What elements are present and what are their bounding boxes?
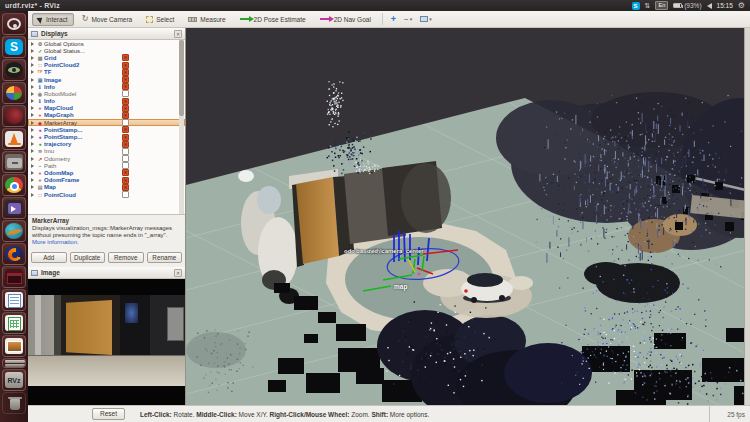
expand-arrow-icon[interactable]	[31, 157, 34, 161]
session-gear-icon[interactable]: ⚙	[738, 1, 745, 11]
enabled-checkbox[interactable]	[122, 126, 129, 133]
launcher-web-globe-icon[interactable]	[2, 220, 26, 242]
close-icon[interactable]: ✕	[174, 269, 182, 277]
launcher-vlc-icon[interactable]	[2, 128, 26, 150]
add-tool-button[interactable]: +	[388, 13, 399, 26]
display-row-odommap[interactable]: +OdomMap	[28, 169, 185, 176]
enabled-checkbox[interactable]	[122, 141, 129, 148]
launcher-video-player-icon[interactable]	[2, 197, 26, 219]
expand-arrow-icon[interactable]	[31, 85, 34, 89]
launcher-dash-icon[interactable]	[2, 13, 26, 35]
display-row-odomframe[interactable]: +OdomFrame	[28, 177, 185, 184]
enabled-checkbox[interactable]	[122, 90, 129, 97]
expand-arrow-icon[interactable]	[31, 99, 34, 103]
launcher-stacked-apps-icon[interactable]	[2, 358, 26, 368]
display-row-pointstamp-[interactable]: ●PointStamp...	[28, 133, 185, 140]
display-row-pointstamp-[interactable]: ●PointStamp...	[28, 126, 185, 133]
expand-arrow-icon[interactable]	[31, 193, 34, 197]
enabled-checkbox[interactable]	[122, 177, 129, 184]
tool-select-button[interactable]: Select	[140, 13, 180, 26]
expand-arrow-icon[interactable]	[31, 142, 34, 146]
expand-arrow-icon[interactable]	[31, 78, 34, 82]
add-button[interactable]: Add	[31, 252, 67, 263]
enabled-checkbox[interactable]	[122, 119, 129, 126]
expand-arrow-icon[interactable]	[31, 178, 34, 182]
remove-tool-button[interactable]: −▾	[401, 13, 415, 26]
launcher-screen-recorder-icon[interactable]	[2, 105, 26, 127]
displays-panel-header[interactable]: Displays ✕	[28, 28, 185, 40]
enabled-checkbox[interactable]	[122, 76, 129, 83]
launcher-trash-icon[interactable]	[2, 392, 26, 414]
launcher-firefox-icon[interactable]	[2, 243, 26, 265]
network-arrows-icon[interactable]: ⇅	[645, 1, 651, 10]
display-row-trajectory[interactable]: ●trajectory	[28, 141, 185, 148]
display-row-grid[interactable]: ▦Grid	[28, 54, 185, 61]
clock[interactable]: 15:15	[717, 2, 733, 9]
enabled-checkbox[interactable]	[122, 169, 129, 176]
scrollbar-thumb[interactable]	[179, 40, 184, 116]
enabled-checkbox[interactable]	[122, 98, 129, 105]
enabled-checkbox[interactable]	[122, 62, 129, 69]
expand-arrow-icon[interactable]	[31, 92, 34, 96]
tool-2d-pose-estimate-button[interactable]: 2D Pose Estimate	[234, 13, 312, 26]
expand-arrow-icon[interactable]	[31, 49, 34, 53]
display-row-info[interactable]: ℹInfo	[28, 98, 185, 105]
display-row-pointcloud2[interactable]: ∷PointCloud2	[28, 62, 185, 69]
display-row-global-options[interactable]: ⚙Global Options	[28, 40, 185, 47]
enabled-checkbox[interactable]	[122, 191, 129, 198]
launcher-camera-eye-icon[interactable]	[2, 59, 26, 81]
expand-arrow-icon[interactable]	[31, 149, 34, 153]
expand-arrow-icon[interactable]	[31, 42, 34, 46]
expand-arrow-icon[interactable]	[31, 135, 34, 139]
display-row-pointcloud[interactable]: ∷PointCloud	[28, 191, 185, 198]
launcher-media-hub-icon[interactable]	[2, 82, 26, 104]
3d-viewport[interactable]: odombase_linkzed_camera_center map	[186, 28, 750, 405]
display-row-markerarray[interactable]: ◆MarkerArray	[28, 119, 185, 126]
display-row-map[interactable]: ▤Map	[28, 184, 185, 191]
expand-arrow-icon[interactable]	[31, 164, 34, 168]
expand-arrow-icon[interactable]	[31, 63, 34, 67]
expand-arrow-icon[interactable]	[31, 106, 34, 110]
enabled-checkbox[interactable]	[122, 184, 129, 191]
more-information-link[interactable]: More information.	[32, 239, 79, 245]
enabled-checkbox[interactable]	[122, 134, 129, 141]
expand-arrow-icon[interactable]	[31, 56, 34, 60]
launcher-guake-terminal-icon[interactable]	[2, 266, 26, 288]
rename-button[interactable]: Rename	[147, 252, 183, 263]
display-row-mapcloud[interactable]: +MapCloud	[28, 105, 185, 112]
tool-interact-button[interactable]: Interact	[32, 13, 74, 26]
enabled-checkbox[interactable]	[122, 69, 129, 76]
expand-arrow-icon[interactable]	[31, 121, 34, 125]
launcher-libreoffice-writer-icon[interactable]	[2, 289, 26, 311]
display-row-odometry[interactable]: ↗Odometry	[28, 155, 185, 162]
display-row-image[interactable]: ▣Image	[28, 76, 185, 83]
enabled-checkbox[interactable]	[122, 162, 129, 169]
keyboard-layout-indicator[interactable]: En	[655, 1, 668, 10]
tool-measure-button[interactable]: Measure	[182, 13, 231, 26]
tool-2d-nav-goal-button[interactable]: 2D Nav Goal	[314, 13, 377, 26]
battery-indicator[interactable]: (93%)	[673, 2, 701, 9]
displays-scrollbar[interactable]	[179, 40, 184, 214]
display-row-robotmodel[interactable]: ◉RobotModel	[28, 90, 185, 97]
expand-arrow-icon[interactable]	[31, 113, 34, 117]
tool-move-camera-button[interactable]: ↻Move Camera	[76, 13, 139, 26]
tool-options-button[interactable]: ▾	[417, 13, 435, 26]
launcher-chromium-icon[interactable]	[2, 174, 26, 196]
expand-arrow-icon[interactable]	[31, 185, 34, 189]
enabled-checkbox[interactable]	[122, 148, 129, 155]
reset-button[interactable]: Reset	[92, 408, 125, 420]
enabled-checkbox[interactable]	[122, 155, 129, 162]
launcher-file-manager-icon[interactable]	[2, 151, 26, 173]
enabled-checkbox[interactable]	[122, 83, 129, 90]
duplicate-button[interactable]: Duplicate	[70, 252, 106, 263]
expand-arrow-icon[interactable]	[31, 128, 34, 132]
enabled-checkbox[interactable]	[122, 54, 129, 61]
close-icon[interactable]: ✕	[174, 30, 182, 38]
remove-button[interactable]: Remove	[108, 252, 144, 263]
launcher-libreoffice-calc-icon[interactable]	[2, 312, 26, 334]
enabled-checkbox[interactable]	[122, 105, 129, 112]
display-row-path[interactable]: ~Path	[28, 162, 185, 169]
expand-arrow-icon[interactable]	[31, 171, 34, 175]
display-row-info[interactable]: ℹInfo	[28, 83, 185, 90]
expand-arrow-icon[interactable]	[31, 70, 34, 74]
